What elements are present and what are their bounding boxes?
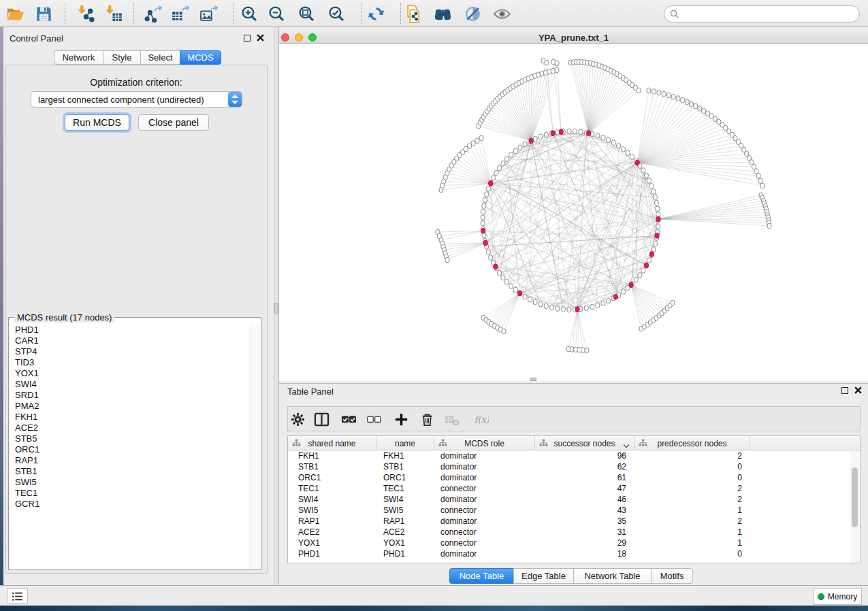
zoom-selected-icon[interactable] — [325, 3, 347, 24]
column-header-label: name — [395, 439, 415, 448]
horizontal-splitter-handle[interactable] — [530, 378, 536, 381]
save-session-icon[interactable] — [33, 3, 54, 24]
float-window-icon[interactable] — [841, 387, 848, 394]
table-cell: SWI4 — [376, 494, 434, 505]
import-table-icon[interactable] — [103, 3, 125, 24]
task-history-button[interactable] — [7, 589, 28, 604]
mcds-result-box: MCDS result (17 nodes) PHD1CAR1STP4TID3Y… — [8, 317, 261, 570]
table-row[interactable]: FKH1FKH1dominator962 — [288, 450, 852, 461]
mcds-result-item[interactable]: SWI4 — [10, 379, 251, 390]
hide-style-icon[interactable] — [462, 3, 483, 24]
mcds-result-item[interactable]: TEC1 — [10, 488, 251, 499]
svg-text:f(x): f(x) — [474, 414, 488, 425]
table-scrollbar[interactable] — [850, 451, 859, 563]
zoom-fit-icon[interactable] — [295, 3, 317, 24]
mcds-result-item[interactable]: SRD1 — [10, 390, 251, 401]
split-view-icon[interactable] — [312, 410, 330, 428]
table-cell: RAP1 — [376, 516, 434, 527]
table-row[interactable]: STB1STB1dominator620 — [288, 461, 852, 472]
tab-edge-table[interactable]: Edge Table — [513, 568, 573, 584]
memory-button[interactable]: Memory — [813, 589, 862, 605]
tab-mcds[interactable]: MCDS — [180, 50, 221, 65]
mcds-result-item[interactable]: CAR1 — [10, 335, 251, 346]
table-cell: dominator — [434, 548, 535, 559]
column-header-successor-nodes[interactable]: successor nodes — [535, 436, 634, 450]
select-all-icon[interactable] — [340, 410, 357, 428]
column-header-predecessor-nodes[interactable]: predecessor nodes — [634, 436, 750, 450]
toolbar-separator — [65, 3, 65, 24]
optimization-criterion-value: largest connected component (undirected) — [31, 95, 228, 105]
show-graphics-icon[interactable] — [491, 3, 513, 24]
mcds-result-scrollbar[interactable] — [251, 325, 260, 569]
export-image-icon[interactable] — [197, 3, 219, 24]
table-cell: 62 — [535, 461, 634, 472]
tree-icon — [292, 439, 301, 448]
tab-style[interactable]: Style — [103, 50, 140, 65]
deselect-all-icon[interactable] — [365, 410, 383, 428]
tab-select[interactable]: Select — [140, 50, 180, 65]
search-network-icon[interactable] — [432, 3, 453, 24]
table-cell: PHD1 — [288, 548, 376, 559]
close-panel-button[interactable]: Close panel — [138, 114, 209, 131]
table-cell: connector — [434, 505, 535, 516]
refresh-layout-icon[interactable] — [365, 3, 387, 24]
table-row[interactable]: PHD1PHD1dominator180 — [288, 548, 852, 559]
network-graph[interactable] — [279, 44, 868, 381]
table-scrollbar-thumb[interactable] — [852, 467, 858, 527]
export-table-icon[interactable] — [169, 3, 191, 24]
table-cell: 96 — [535, 450, 634, 461]
delete-column-icon[interactable] — [418, 410, 436, 428]
run-mcds-button[interactable]: Run MCDS — [65, 114, 129, 131]
select-stepper-icon — [228, 92, 242, 107]
table-row[interactable]: ACE2ACE2connector311 — [288, 527, 852, 538]
mcds-result-item[interactable]: GCR1 — [10, 499, 251, 510]
table-row[interactable]: TEC1TEC1connector472 — [288, 483, 852, 494]
toolbar-separator — [400, 3, 401, 24]
table-cell: 0 — [634, 472, 750, 483]
share-document-icon[interactable] — [402, 3, 424, 24]
tab-motifs[interactable]: Motifs — [651, 568, 693, 584]
float-window-icon[interactable] — [244, 35, 251, 42]
mcds-result-item[interactable]: TID3 — [10, 357, 251, 368]
table-row[interactable]: YOX1YOX1connector291 — [288, 538, 852, 548]
mcds-result-item[interactable]: ORC1 — [10, 444, 251, 455]
table-row[interactable]: ORC1ORC1dominator610 — [288, 472, 852, 483]
table-row[interactable]: SWI5SWI5connector431 — [288, 505, 852, 516]
tab-network[interactable]: Network — [54, 50, 103, 65]
settings-gear-icon[interactable] — [289, 410, 306, 428]
column-header-shared-name[interactable]: shared name — [288, 436, 376, 450]
zoom-out-icon[interactable] — [266, 3, 287, 24]
zoom-in-icon[interactable] — [238, 3, 260, 24]
mcds-result-item[interactable]: PMA2 — [10, 401, 251, 412]
close-icon[interactable] — [257, 34, 264, 42]
mcds-result-item[interactable]: ACE2 — [10, 423, 251, 433]
mcds-result-item[interactable]: STP4 — [10, 346, 251, 357]
tab-node-table[interactable]: Node Table — [449, 568, 513, 584]
column-header-name[interactable]: name — [376, 436, 434, 450]
toolbar-separator — [133, 3, 134, 24]
optimization-criterion-select[interactable]: largest connected component (undirected) — [31, 91, 242, 108]
search-input[interactable] — [682, 7, 859, 21]
mcds-result-item[interactable]: YOX1 — [10, 368, 251, 379]
mcds-result-item[interactable]: STB5 — [10, 433, 251, 444]
splitter-handle[interactable] — [274, 303, 278, 314]
column-header-MCDS-role[interactable]: MCDS role — [434, 436, 535, 450]
table-cell: STB1 — [376, 461, 434, 472]
table-cell: 35 — [535, 516, 634, 527]
mcds-result-item[interactable]: SWI5 — [10, 477, 251, 488]
export-network-icon[interactable] — [142, 3, 163, 24]
table-cell: 2 — [634, 450, 750, 461]
table-cell: 46 — [535, 494, 634, 505]
table-row[interactable]: RAP1RAP1dominator352 — [288, 516, 852, 527]
import-network-icon[interactable] — [75, 3, 97, 24]
mcds-result-item[interactable]: RAP1 — [10, 455, 251, 466]
search-box[interactable] — [664, 5, 860, 22]
close-icon[interactable] — [854, 386, 862, 394]
table-row[interactable]: SWI4SWI4dominator462 — [288, 494, 852, 505]
add-column-icon[interactable] — [392, 410, 410, 428]
mcds-result-item[interactable]: STB1 — [10, 466, 251, 477]
tab-network-table[interactable]: Network Table — [573, 568, 651, 584]
mcds-result-item[interactable]: PHD1 — [10, 325, 251, 335]
mcds-result-item[interactable]: FKH1 — [10, 412, 251, 423]
open-file-icon[interactable] — [4, 3, 26, 24]
